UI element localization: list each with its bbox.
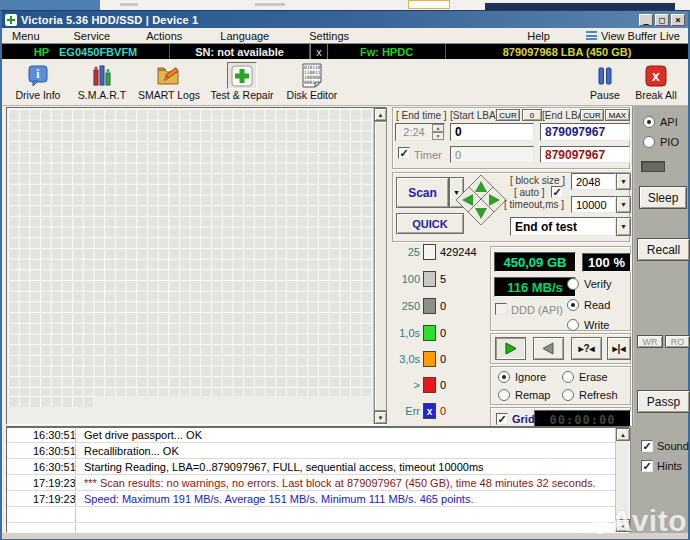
percent-unit: % (613, 255, 625, 270)
api-radio-circle[interactable] (643, 116, 655, 128)
hints-checkbox-row[interactable]: ✓ Hints (641, 460, 682, 472)
log-time: 17:19:23 (7, 493, 75, 505)
erase-radio-circle[interactable] (562, 371, 574, 383)
verify-radio-circle[interactable] (567, 278, 579, 290)
end-lba-cur-button[interactable]: CUR (580, 109, 604, 121)
block-size-combo[interactable]: 2048▼ (571, 173, 631, 190)
close-icon[interactable]: × (671, 14, 685, 26)
disk-editor-button[interactable]: 0101101100111000000001 Disk Editor (280, 61, 344, 104)
api-radio[interactable]: API (643, 116, 678, 128)
pause-button[interactable]: Pause (582, 61, 628, 104)
legend-count: 5 (440, 273, 446, 285)
drive-ids: HP EG0450FBVFM (2, 44, 170, 59)
legend-label: 25 (392, 246, 420, 258)
seek-pad[interactable] (452, 171, 510, 233)
background-window-fragment (485, 3, 675, 10)
read-radio[interactable]: Read (567, 299, 610, 311)
spinner-arrows-icon[interactable]: ▲▼ (432, 124, 444, 140)
menu-item-help[interactable]: Help (517, 30, 560, 42)
legend-row-over: > 0 (392, 376, 446, 394)
menu-item-settings[interactable]: Settings (299, 30, 359, 42)
legend-row-3s: 3,0s 0 (392, 350, 446, 368)
scan-button[interactable]: Scan (396, 177, 449, 208)
menu-item-language[interactable]: Language (210, 30, 279, 42)
pause-icon (590, 62, 620, 89)
sleep-button[interactable]: Sleep (639, 186, 687, 209)
sound-checkbox[interactable]: ✓ (641, 440, 653, 452)
scan-map: ▲ ▼ (6, 107, 387, 425)
sound-label: Sound (657, 440, 689, 452)
view-buffer-live[interactable]: View Buffer Live (586, 30, 688, 42)
background-decoration (255, 3, 285, 6)
end-time-spinner[interactable]: 2:24 ▲▼ (395, 123, 445, 141)
test-repair-button[interactable]: Test & Repair (204, 61, 280, 104)
legend-count: 0 (440, 405, 446, 417)
scroll-down-icon[interactable]: ▼ (374, 411, 387, 424)
pio-radio-circle[interactable] (643, 136, 655, 148)
end-lba-input[interactable]: 879097967 (540, 123, 630, 141)
write-radio-circle[interactable] (567, 319, 579, 331)
legend-label: Err (392, 405, 420, 417)
recall-button[interactable]: Recall (637, 238, 690, 261)
start-lba-input[interactable]: 0 (450, 123, 534, 141)
refresh-radio-circle[interactable] (562, 389, 574, 401)
remap-radio-circle[interactable] (498, 389, 510, 401)
block-size-label: [ block size ] (510, 175, 565, 186)
minimize-icon[interactable]: _ (639, 14, 653, 26)
chevron-down-icon[interactable]: ▼ (616, 217, 631, 236)
timeout-label: [ timeout,ms ] (504, 199, 564, 210)
seek-end-button[interactable]: ▸|◂ (607, 337, 631, 360)
window-title: Victoria 5.36 HDD/SSD | Device 1 (21, 14, 198, 26)
sound-checkbox-row[interactable]: ✓ Sound (641, 440, 689, 452)
drive-info-button[interactable]: i Drive Info (6, 61, 70, 104)
ignore-radio[interactable]: Ignore (498, 371, 546, 383)
menu-item-menu[interactable]: Menu (2, 30, 50, 42)
log-panel: 16:30:51 Get drive passport... OK 16:30:… (6, 426, 630, 533)
ro-button[interactable]: RO (665, 335, 690, 348)
smart-button[interactable]: S.M.A.R.T (70, 61, 134, 104)
refresh-radio[interactable]: Refresh (562, 389, 618, 401)
chevron-down-icon[interactable]: ▼ (616, 173, 631, 190)
grid-checkbox[interactable]: ✓ (496, 413, 508, 425)
end-lba-pass-input[interactable]: 879097967 (540, 146, 630, 163)
end-lba-max-button[interactable]: MAX (605, 109, 630, 121)
verify-radio[interactable]: Verify (567, 278, 612, 290)
timer-checkbox[interactable]: ✓ (398, 147, 410, 159)
scrollbar-thumb[interactable] (374, 121, 387, 411)
end-of-test-combo[interactable]: End of test▼ (510, 217, 631, 236)
write-radio[interactable]: Write (567, 319, 609, 331)
remap-radio[interactable]: Remap (498, 389, 550, 401)
serial-close-button[interactable]: x (310, 44, 328, 59)
timeout-combo[interactable]: 10000▼ (571, 196, 631, 213)
hints-checkbox[interactable]: ✓ (641, 460, 653, 472)
start-lba-pass-input[interactable]: 0 (450, 146, 534, 163)
play-button[interactable] (495, 337, 526, 360)
erase-radio[interactable]: Erase (562, 371, 608, 383)
start-lba-cur-button[interactable]: CUR (496, 109, 520, 121)
toolbar: i Drive Info S.M.A.R.T SMART Logs Test &… (2, 59, 688, 106)
pio-radio[interactable]: PIO (643, 136, 679, 148)
auto-checkbox[interactable]: ✓ (551, 186, 563, 198)
legend-label: 3,0s (392, 353, 420, 365)
seek-question-button[interactable]: ▸?◂ (571, 337, 602, 360)
scan-map-scrollbar[interactable]: ▲ ▼ (373, 108, 386, 424)
log-time: 17:19:23 (7, 477, 75, 489)
passp-button[interactable]: Passp (637, 390, 690, 413)
legend-count: 0 (440, 353, 446, 365)
step-back-button[interactable] (533, 337, 564, 360)
start-lba-zero-button[interactable]: 0 (522, 109, 542, 121)
scroll-up-icon[interactable]: ▲ (616, 428, 630, 441)
menu-item-actions[interactable]: Actions (136, 30, 192, 42)
maximize-icon[interactable]: □ (655, 14, 669, 26)
read-radio-circle[interactable] (567, 299, 579, 311)
break-all-button[interactable]: x Break All (628, 61, 684, 104)
menu-item-service[interactable]: Service (64, 30, 121, 42)
smart-logs-label: SMART Logs (138, 89, 200, 101)
scroll-up-icon[interactable]: ▲ (374, 108, 387, 121)
ignore-radio-circle[interactable] (498, 371, 510, 383)
ddd-checkbox[interactable] (495, 303, 507, 315)
wr-button[interactable]: WR (637, 335, 663, 348)
chevron-down-icon[interactable]: ▼ (616, 196, 631, 213)
smart-logs-button[interactable]: SMART Logs (134, 61, 204, 104)
drive-firmware: Fw: HPDC (328, 44, 446, 59)
